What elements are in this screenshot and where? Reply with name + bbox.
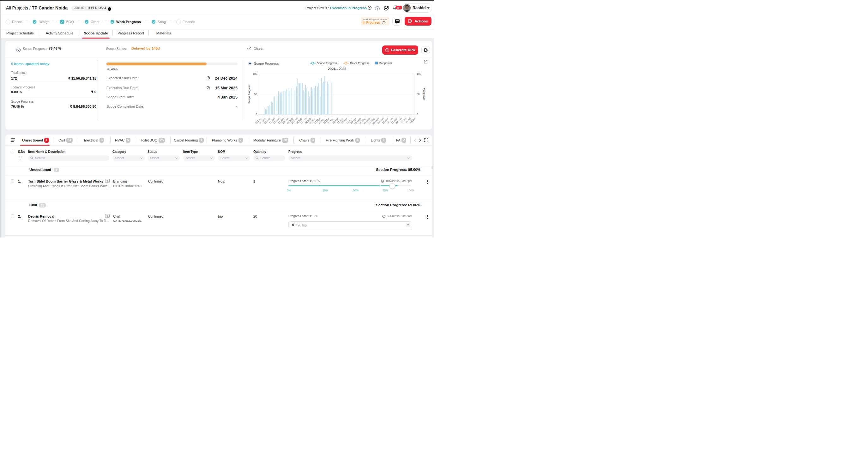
svg-text:Manpower: Manpower: [423, 88, 426, 100]
svg-text:Scope Progress: Scope Progress: [317, 62, 337, 65]
svg-text:Scope Progress: Scope Progress: [248, 85, 251, 104]
svg-text:100: 100: [253, 72, 257, 75]
svg-text:50: 50: [254, 93, 257, 96]
svg-text:Manpower: Manpower: [379, 62, 392, 65]
svg-text:100: 100: [416, 72, 421, 75]
svg-text:0: 0: [255, 113, 257, 116]
svg-text:Day's Progress: Day's Progress: [350, 62, 369, 65]
svg-text:50: 50: [416, 93, 420, 96]
svg-text:2024 - 2025: 2024 - 2025: [328, 67, 346, 71]
svg-text:0: 0: [416, 113, 418, 116]
